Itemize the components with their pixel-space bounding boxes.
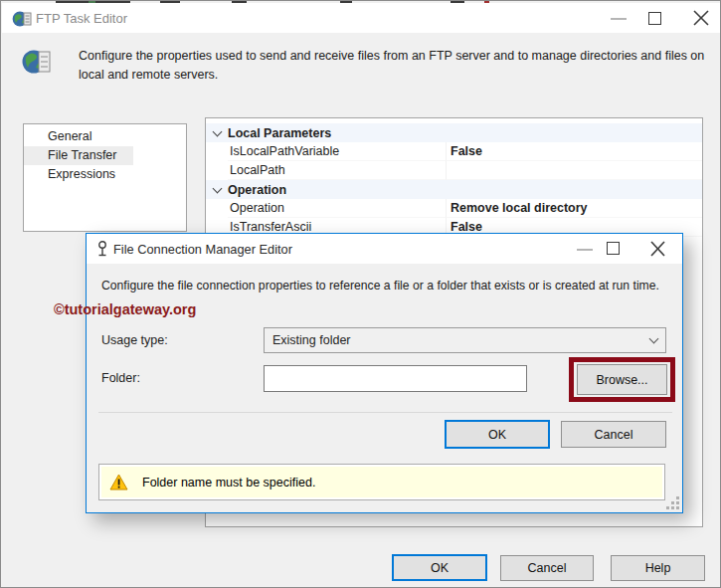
close-icon[interactable]: [650, 241, 665, 257]
watermark-text: ©tutorialgateway.org: [54, 301, 196, 317]
window-description: Configure the properties used to send an…: [79, 47, 711, 85]
grid-row[interactable]: IsLocalPathVariable False: [206, 142, 702, 161]
main-help-button[interactable]: Help: [611, 555, 705, 581]
grid-property-name: IsLocalPathVariable: [228, 142, 447, 161]
folder-label: Folder:: [101, 371, 140, 385]
grid-property-value[interactable]: [447, 161, 702, 180]
ftp-header-icon: [22, 46, 52, 78]
divider: [98, 412, 672, 413]
nav-item-file-transfer[interactable]: File Transfer: [24, 146, 133, 165]
nav-panel: General File Transfer Expressions: [23, 123, 187, 232]
maximize-icon[interactable]: [607, 242, 620, 255]
chevron-down-icon: [649, 334, 659, 344]
grid-category-label: Local Parameters: [228, 126, 331, 140]
chevron-down-icon: [212, 126, 222, 136]
main-ok-button[interactable]: OK: [392, 554, 487, 581]
grid-category-row[interactable]: Local Parameters: [206, 123, 702, 142]
grid-category-label: Operation: [228, 183, 286, 197]
ftp-task-editor-window: FTP Task Editor Configure the properties…: [0, 0, 721, 588]
main-window-title: FTP Task Editor: [36, 11, 127, 26]
grid-property-name: Operation: [228, 199, 447, 218]
grid-property-value[interactable]: False: [447, 142, 702, 161]
maximize-icon[interactable]: [648, 12, 661, 25]
dialog-titlebar: File Connection Manager Editor: [87, 234, 682, 264]
minimize-icon[interactable]: [611, 18, 627, 20]
file-connection-manager-dialog: File Connection Manager Editor Configure…: [86, 233, 683, 513]
usage-type-label: Usage type:: [101, 333, 168, 347]
ftp-task-icon: [12, 10, 32, 28]
nav-item-general[interactable]: General: [24, 127, 186, 146]
usage-type-value: Existing folder: [272, 333, 351, 347]
dialog-ok-button[interactable]: OK: [445, 420, 550, 449]
usage-type-dropdown[interactable]: Existing folder: [264, 327, 666, 353]
red-highlight-box: [569, 357, 675, 402]
resize-grip[interactable]: [667, 497, 679, 509]
main-titlebar: FTP Task Editor: [2, 3, 720, 33]
minimize-icon[interactable]: [577, 249, 593, 251]
nav-item-expressions[interactable]: Expressions: [24, 165, 186, 184]
warning-text: Folder name must be specified.: [142, 476, 315, 490]
grid-property-name: LocalPath: [228, 161, 447, 180]
main-cancel-button[interactable]: Cancel: [500, 555, 594, 581]
dialog-cancel-button[interactable]: Cancel: [561, 421, 666, 448]
chevron-down-icon: [212, 183, 222, 193]
warning-icon: [109, 474, 128, 490]
grid-row[interactable]: Operation Remove local directory: [206, 199, 702, 218]
grid-row[interactable]: LocalPath: [206, 161, 702, 180]
grid-category-row[interactable]: Operation: [206, 180, 702, 199]
grid-property-value[interactable]: Remove local directory: [447, 199, 702, 218]
close-icon[interactable]: [693, 10, 709, 26]
folder-input[interactable]: [264, 365, 527, 392]
dialog-title: File Connection Manager Editor: [113, 242, 292, 257]
dialog-description: Configure the file connection properties…: [101, 279, 676, 293]
warning-bar: Folder name must be specified.: [98, 464, 665, 500]
connection-manager-icon: [96, 241, 108, 258]
